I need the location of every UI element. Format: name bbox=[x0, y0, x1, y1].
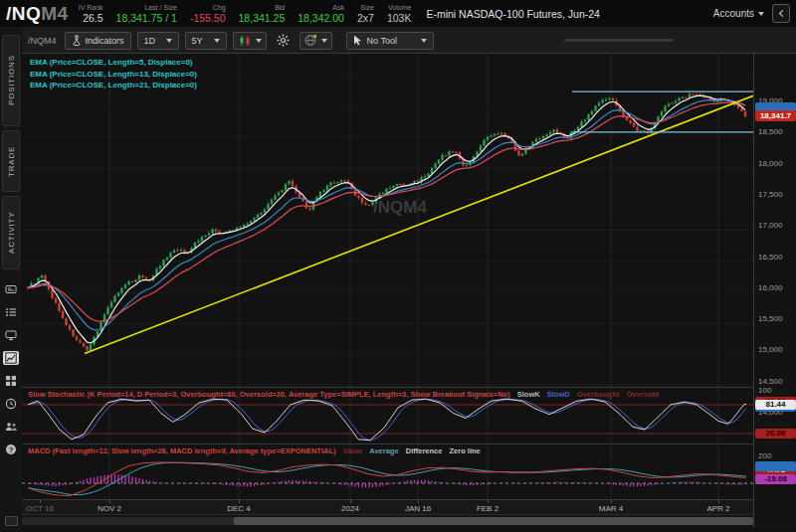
people-icon[interactable] bbox=[3, 420, 19, 434]
sidebar-tab-positions[interactable]: POSITIONS bbox=[2, 35, 20, 126]
gear-icon bbox=[277, 34, 290, 47]
legend-overbought: Overbought bbox=[577, 390, 620, 399]
monitor-icon[interactable] bbox=[3, 328, 19, 342]
flask-icon bbox=[72, 35, 82, 46]
chevron-down-icon bbox=[214, 39, 220, 43]
slowk-bubble: 81.44 bbox=[755, 400, 796, 410]
price-tick-label: 14,500 bbox=[758, 377, 782, 386]
price-axis: 18,341.7 100 80.00 81.44 20.00 200 47.72… bbox=[753, 54, 796, 528]
time-tick-label: APR 2 bbox=[706, 504, 729, 513]
price-chart-canvas[interactable] bbox=[22, 54, 753, 388]
time-tick-label: NOV 2 bbox=[98, 504, 121, 513]
time-tick-label: OCT 16 bbox=[26, 504, 54, 513]
drawing-tool-dropdown[interactable]: No Tool bbox=[346, 32, 434, 50]
symbol-suffix: M4 bbox=[41, 3, 68, 24]
svg-text:?: ? bbox=[9, 445, 14, 454]
field-last-size: Last / Size 18,341.75 / 1 bbox=[116, 3, 177, 24]
sidebar-tab-activity[interactable]: ACTIVITY bbox=[2, 196, 20, 269]
time-tick-label: JAN 16 bbox=[405, 504, 431, 513]
indicators-button[interactable]: Indicators bbox=[65, 32, 131, 50]
legend-oversold: Oversold bbox=[626, 390, 659, 399]
field-ask: Ask 18,342.00 bbox=[298, 3, 344, 24]
id-card-icon[interactable] bbox=[3, 282, 19, 296]
list-icon[interactable] bbox=[3, 305, 19, 319]
chart-icon[interactable] bbox=[3, 351, 19, 365]
price-tick-label: 18,000 bbox=[758, 159, 782, 168]
instrument-description: E-mini NASDAQ-100 Futures, Jun-24 bbox=[426, 8, 599, 20]
oversold-bubble: 20.00 bbox=[755, 429, 796, 439]
volume-value: 103K bbox=[387, 12, 412, 24]
last-size-value: 18,341.75 / 1 bbox=[116, 12, 177, 24]
stochastic-panel[interactable]: Slow Stochastic (K Period=14, D Period=3… bbox=[22, 388, 753, 444]
time-tick-mark bbox=[239, 500, 240, 503]
price-tick-label: 17,500 bbox=[758, 190, 782, 199]
chart-region: /NQM4 Indicators 1D 5Y bbox=[22, 28, 796, 532]
clock-icon[interactable] bbox=[3, 397, 19, 411]
time-tick-mark bbox=[350, 500, 351, 503]
grid-icon[interactable] bbox=[3, 374, 19, 388]
legend-ema-21: EMA (Price=CLOSE, Length=21, Displace=0) bbox=[30, 80, 197, 91]
price-tick-label: 16,500 bbox=[758, 253, 782, 262]
cursor-icon bbox=[353, 35, 362, 46]
chevron-left-icon bbox=[778, 10, 785, 17]
time-tick-mark bbox=[418, 500, 419, 503]
field-volume: Volume 103K bbox=[387, 3, 412, 24]
price-panel[interactable]: EMA (Price=CLOSE, Length=5, Displace=0) … bbox=[22, 54, 753, 388]
sidebar-tab-trade[interactable]: TRADE bbox=[2, 130, 20, 192]
timeframe-dropdown[interactable]: 1D bbox=[137, 32, 179, 50]
macd-label: MACD (Fast length=12, Slow length=26, MA… bbox=[28, 446, 481, 455]
time-tick-mark bbox=[718, 500, 719, 503]
ask-value: 18,342.00 bbox=[298, 12, 344, 24]
stoch-axis-100: 100 bbox=[758, 386, 771, 395]
chart-scrollbar bbox=[22, 515, 753, 528]
pane-resize-grip[interactable] bbox=[564, 39, 674, 42]
chevron-down-icon bbox=[166, 39, 172, 43]
field-chg: Chg -155.50 bbox=[190, 3, 226, 24]
range-dropdown[interactable]: 5Y bbox=[185, 32, 227, 50]
price-tick-label: 16,000 bbox=[758, 283, 782, 292]
stochastic-label: Slow Stochastic (K Period=14, D Period=3… bbox=[28, 390, 659, 399]
legend-difference: Difference bbox=[406, 446, 443, 455]
chg-value: -155.50 bbox=[190, 12, 226, 24]
field-bid: Bid 18,341.25 bbox=[239, 3, 286, 24]
time-tick-mark bbox=[488, 500, 489, 503]
time-tick-mark bbox=[611, 500, 612, 503]
globe-icon bbox=[304, 34, 317, 47]
field-iv-rank: IV Rank 26.5 bbox=[79, 3, 103, 24]
chart-symbol-label: /NQM4 bbox=[28, 36, 57, 46]
chevron-down-icon bbox=[421, 39, 427, 43]
chart-type-dropdown[interactable] bbox=[233, 32, 267, 50]
chart-toolbar: /NQM4 Indicators 1D 5Y bbox=[22, 28, 796, 54]
chart-settings-button[interactable] bbox=[273, 32, 294, 50]
scrollbar-left-button[interactable] bbox=[5, 516, 18, 526]
share-globe-dropdown[interactable] bbox=[299, 32, 332, 50]
scrollbar-thumb[interactable] bbox=[234, 517, 753, 525]
legend-average: Average bbox=[369, 446, 398, 455]
legend-ema-5: EMA (Price=CLOSE, Length=5, Displace=0) bbox=[30, 57, 197, 69]
symbol-title: /NQM4 bbox=[6, 3, 69, 25]
price-tick-label: 15,500 bbox=[758, 314, 782, 323]
price-tick-label: 17,000 bbox=[758, 221, 782, 230]
last-price-bubble: 18,341.7 bbox=[755, 110, 796, 121]
legend-slowd: SlowD bbox=[547, 390, 570, 399]
time-tick-mark bbox=[109, 500, 110, 503]
time-tick-label: DEC 4 bbox=[227, 504, 251, 513]
iv-rank-value: 26.5 bbox=[83, 12, 102, 24]
chevron-down-icon bbox=[256, 39, 262, 43]
time-axis: OCT 16NOV 2DEC 42024JAN 16FEB 2MAR 4APR … bbox=[22, 500, 753, 515]
legend-zero-line: Zero line bbox=[450, 446, 481, 455]
time-tick-label: MAR 4 bbox=[599, 504, 623, 513]
time-tick-mark bbox=[40, 500, 41, 503]
macd-axis-200: 200 bbox=[758, 451, 771, 460]
price-tick-label: 18,500 bbox=[758, 127, 782, 136]
macd-average-bubble bbox=[755, 461, 796, 471]
macd-panel[interactable]: MACD (Fast length=12, Slow length=26, MA… bbox=[22, 444, 753, 500]
collapse-panel-button[interactable] bbox=[772, 4, 790, 23]
macd-diff-bubble: -19.08 bbox=[755, 474, 796, 484]
study-legend: EMA (Price=CLOSE, Length=5, Displace=0) … bbox=[30, 57, 197, 91]
legend-ema-13: EMA (Price=CLOSE, Length=13, Displace=0) bbox=[30, 69, 197, 81]
time-tick-label: FEB 2 bbox=[477, 504, 498, 513]
help-icon[interactable]: ? bbox=[3, 443, 19, 456]
accounts-dropdown[interactable]: Accounts bbox=[713, 8, 764, 19]
trading-platform-window: /NQM4 IV Rank 26.5 Last / Size 18,341.75… bbox=[0, 0, 796, 532]
